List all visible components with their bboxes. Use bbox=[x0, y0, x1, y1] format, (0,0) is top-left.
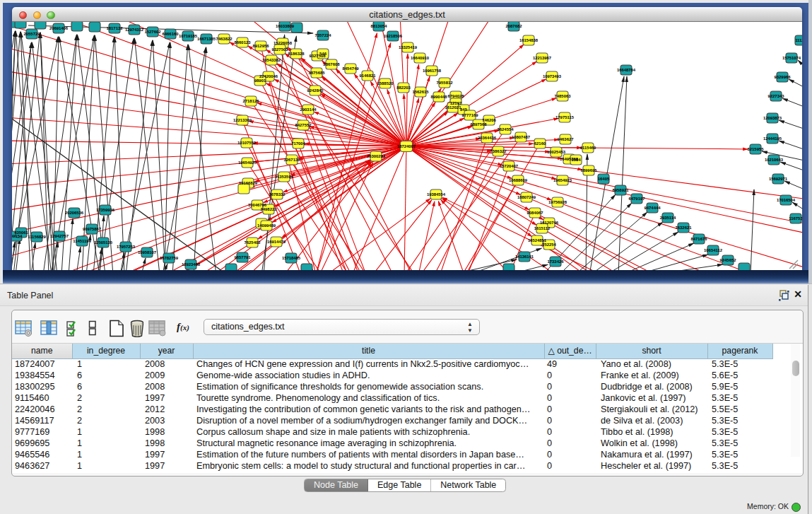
svg-text:10807487: 10807487 bbox=[512, 135, 531, 139]
svg-text:12974312: 12974312 bbox=[125, 28, 144, 32]
svg-text:435061: 435061 bbox=[14, 230, 28, 235]
svg-text:8427552: 8427552 bbox=[295, 123, 312, 127]
svg-text:17975115: 17975115 bbox=[555, 115, 575, 119]
svg-text:12942757: 12942757 bbox=[50, 234, 69, 238]
svg-text:9146821: 9146821 bbox=[360, 74, 377, 78]
svg-text:9084067: 9084067 bbox=[527, 211, 544, 215]
svg-text:15720407: 15720407 bbox=[500, 164, 519, 168]
svg-text:98901: 98901 bbox=[254, 78, 266, 83]
svg-text:12213369: 12213369 bbox=[233, 118, 252, 122]
svg-text:7625402: 7625402 bbox=[245, 240, 261, 245]
svg-text:3498222: 3498222 bbox=[261, 207, 278, 211]
svg-text:16033809: 16033809 bbox=[276, 24, 295, 28]
svg-text:16405: 16405 bbox=[598, 177, 610, 181]
svg-text:116753: 116753 bbox=[789, 216, 802, 221]
svg-text:9463627: 9463627 bbox=[558, 137, 575, 141]
svg-text:10654112: 10654112 bbox=[704, 248, 723, 252]
svg-text:16782759: 16782759 bbox=[160, 256, 179, 260]
svg-text:717004: 717004 bbox=[291, 141, 305, 146]
svg-text:9329966: 9329966 bbox=[775, 75, 792, 79]
svg-text:12213967: 12213967 bbox=[533, 56, 552, 60]
svg-text:8215955: 8215955 bbox=[748, 147, 765, 151]
svg-text:8813054: 8813054 bbox=[371, 24, 388, 28]
svg-text:16648784: 16648784 bbox=[617, 68, 636, 72]
svg-text:6794028: 6794028 bbox=[448, 94, 465, 98]
svg-text:3267130: 3267130 bbox=[284, 158, 301, 162]
svg-text:18807249: 18807249 bbox=[517, 195, 536, 199]
svg-text:9584: 9584 bbox=[571, 158, 581, 162]
svg-text:8454749: 8454749 bbox=[343, 66, 360, 71]
svg-text:2867608: 2867608 bbox=[324, 62, 341, 66]
svg-text:16914479: 16914479 bbox=[267, 240, 286, 244]
svg-text:9657791: 9657791 bbox=[235, 255, 252, 259]
svg-text:15718485: 15718485 bbox=[282, 256, 301, 260]
svg-text:62160: 62160 bbox=[534, 141, 546, 146]
svg-text:1588520: 1588520 bbox=[377, 81, 394, 86]
svg-text:8471676: 8471676 bbox=[691, 237, 708, 241]
svg-text:9327503: 9327503 bbox=[272, 47, 289, 52]
svg-text:8990448: 8990448 bbox=[431, 95, 448, 99]
svg-text:15751074: 15751074 bbox=[782, 56, 801, 60]
svg-text:2087682: 2087682 bbox=[506, 24, 523, 28]
svg-text:2055721: 2055721 bbox=[24, 32, 41, 36]
svg-text:19756928: 19756928 bbox=[548, 200, 567, 204]
svg-text:11451194: 11451194 bbox=[73, 239, 91, 243]
svg-text:1612021: 1612021 bbox=[445, 105, 462, 110]
svg-text:90975867: 90975867 bbox=[83, 227, 102, 231]
svg-text:17016504: 17016504 bbox=[777, 198, 796, 202]
svg-text:7463822: 7463822 bbox=[216, 37, 233, 41]
svg-text:25300293: 25300293 bbox=[367, 154, 386, 158]
svg-text:3875685: 3875685 bbox=[309, 71, 326, 75]
svg-text:1733426: 1733426 bbox=[548, 259, 565, 264]
svg-text:20364436: 20364436 bbox=[478, 136, 497, 140]
svg-text:17359936: 17359936 bbox=[96, 208, 115, 212]
svg-text:3624554: 3624554 bbox=[498, 127, 514, 132]
svg-text:10025453: 10025453 bbox=[547, 150, 566, 154]
svg-text:15226058: 15226058 bbox=[273, 41, 293, 45]
svg-text:11353594: 11353594 bbox=[275, 175, 294, 179]
svg-text:2935114: 2935114 bbox=[660, 216, 676, 220]
svg-text:16671385: 16671385 bbox=[197, 37, 216, 41]
svg-text:16154838: 16154838 bbox=[519, 38, 539, 42]
svg-text:2903144: 2903144 bbox=[300, 107, 317, 112]
svg-text:11156829: 11156829 bbox=[28, 235, 46, 239]
svg-text:7485063: 7485063 bbox=[555, 94, 572, 98]
svg-text:16640910: 16640910 bbox=[411, 56, 430, 60]
svg-text:19166829: 19166829 bbox=[239, 181, 258, 185]
svg-text:11124: 11124 bbox=[795, 38, 802, 42]
svg-text:10961758: 10961758 bbox=[423, 69, 442, 73]
svg-text:9227343: 9227343 bbox=[768, 94, 785, 98]
svg-text:12444195: 12444195 bbox=[763, 136, 782, 141]
svg-text:10958107: 10958107 bbox=[138, 250, 157, 255]
svg-text:20206536: 20206536 bbox=[65, 211, 84, 215]
svg-text:9245652: 9245652 bbox=[720, 258, 737, 262]
svg-text:8186328: 8186328 bbox=[288, 52, 305, 56]
svg-text:9474444: 9474444 bbox=[645, 206, 661, 210]
svg-text:10107552: 10107552 bbox=[237, 141, 257, 145]
svg-text:7357224: 7357224 bbox=[315, 33, 332, 37]
svg-text:9777169: 9777169 bbox=[462, 113, 479, 117]
svg-text:6897568: 6897568 bbox=[471, 122, 488, 127]
svg-text:8958921: 8958921 bbox=[613, 188, 630, 192]
svg-text:7955812: 7955812 bbox=[437, 81, 454, 85]
svg-text:10973493: 10973493 bbox=[543, 74, 562, 78]
svg-text:17957253: 17957253 bbox=[117, 245, 136, 249]
svg-text:13325419: 13325419 bbox=[399, 45, 418, 49]
svg-text:8678332: 8678332 bbox=[269, 192, 286, 197]
svg-text:10719185: 10719185 bbox=[179, 34, 198, 38]
svg-text:10543382: 10543382 bbox=[262, 58, 281, 62]
svg-text:8912956: 8912956 bbox=[253, 44, 270, 48]
svg-text:12093873: 12093873 bbox=[763, 116, 782, 120]
svg-text:1527602: 1527602 bbox=[145, 30, 162, 34]
svg-text:10688609: 10688609 bbox=[509, 178, 528, 182]
svg-text:882203: 882203 bbox=[396, 86, 411, 90]
svg-text:8660123: 8660123 bbox=[235, 40, 252, 45]
svg-text:7632621: 7632621 bbox=[676, 226, 693, 230]
svg-text:1615112: 1615112 bbox=[534, 226, 551, 230]
svg-text:16120746: 16120746 bbox=[540, 221, 559, 225]
svg-text:20691406: 20691406 bbox=[49, 26, 69, 30]
svg-text:12923468: 12923468 bbox=[182, 262, 201, 267]
svg-text:19218506: 19218506 bbox=[384, 34, 403, 38]
svg-text:252254: 252254 bbox=[542, 243, 556, 247]
svg-text:19384554: 19384554 bbox=[427, 192, 446, 197]
